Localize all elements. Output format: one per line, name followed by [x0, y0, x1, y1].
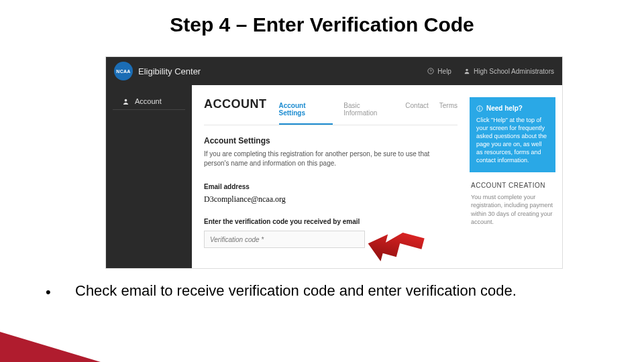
- red-triangle-decor: [0, 332, 101, 362]
- tab-basic-information[interactable]: Basic Information: [343, 98, 394, 125]
- admin-link[interactable]: High School Administrators: [464, 68, 554, 75]
- logo-text: NCAA: [116, 69, 130, 74]
- need-help-title: Need help?: [476, 104, 549, 113]
- account-creation-box: ACCOUNT CREATION You must complete your …: [470, 182, 555, 226]
- bullet-dot-icon: •: [46, 283, 51, 302]
- main-content: ACCOUNT Account Settings Basic Informati…: [192, 85, 470, 268]
- email-label: Email address: [204, 183, 458, 190]
- verification-label: Enter the verification code you received…: [204, 218, 458, 225]
- page-title: ACCOUNT: [204, 97, 267, 111]
- tabs: Account Settings Basic Information Conta…: [279, 98, 458, 125]
- need-help-title-text: Need help?: [486, 104, 523, 113]
- tab-terms[interactable]: Terms: [439, 98, 458, 125]
- svg-point-3: [125, 99, 127, 101]
- account-header: ACCOUNT Account Settings Basic Informati…: [204, 97, 458, 125]
- brand-area: NCAA Eligibility Center: [114, 62, 201, 80]
- app-screenshot: NCAA Eligibility Center ? Help High Scho…: [106, 57, 562, 268]
- sidebar: Account: [106, 85, 192, 268]
- tab-contact[interactable]: Contact: [405, 98, 428, 125]
- account-creation-body: You must complete your registration, inc…: [471, 193, 554, 226]
- section-title: Account Settings: [204, 136, 458, 145]
- svg-point-6: [479, 107, 480, 107]
- email-value: D3compliance@ncaa.org: [204, 194, 458, 204]
- help-icon: ?: [427, 68, 434, 74]
- tab-account-settings[interactable]: Account Settings: [279, 98, 333, 125]
- top-nav-right: ? Help High School Administrators: [427, 68, 554, 75]
- slide-title: Step 4 – Enter Verification Code: [0, 0, 644, 36]
- admin-label: High School Administrators: [474, 68, 554, 75]
- need-help-box: Need help? Click "Help" at the top of yo…: [470, 97, 555, 172]
- brand-text: Eligibility Center: [138, 66, 201, 76]
- sidebar-account-label: Account: [135, 97, 162, 105]
- need-help-body: Click "Help" at the top of your screen f…: [476, 116, 549, 165]
- svg-point-2: [466, 69, 468, 71]
- slide: Step 4 – Enter Verification Code NCAA El…: [0, 0, 644, 362]
- slide-bullet: • Check email to receive verification co…: [60, 282, 597, 301]
- sidebar-item-account[interactable]: Account: [113, 93, 185, 110]
- user-icon: [122, 98, 129, 105]
- top-nav: NCAA Eligibility Center ? Help High Scho…: [106, 57, 562, 85]
- help-label: Help: [437, 68, 451, 75]
- section-description: If you are completing this registration …: [204, 149, 445, 168]
- help-link[interactable]: ? Help: [427, 68, 451, 75]
- user-icon: [464, 68, 470, 74]
- info-icon: [476, 105, 483, 112]
- white-triangle-decor: [0, 314, 60, 332]
- account-creation-title: ACCOUNT CREATION: [471, 182, 554, 189]
- body-area: Account ACCOUNT Account Settings Basic I…: [106, 85, 562, 268]
- svg-text:?: ?: [430, 69, 433, 73]
- ncaa-logo-icon: NCAA: [114, 62, 133, 80]
- svg-rect-7: [480, 108, 480, 110]
- right-column: Need help? Click "Help" at the top of yo…: [470, 85, 562, 268]
- red-arrow-annotation: [366, 231, 425, 265]
- bullet-text: Check email to receive verification code…: [60, 282, 597, 301]
- verification-code-input[interactable]: [204, 231, 365, 248]
- svg-marker-4: [366, 231, 425, 265]
